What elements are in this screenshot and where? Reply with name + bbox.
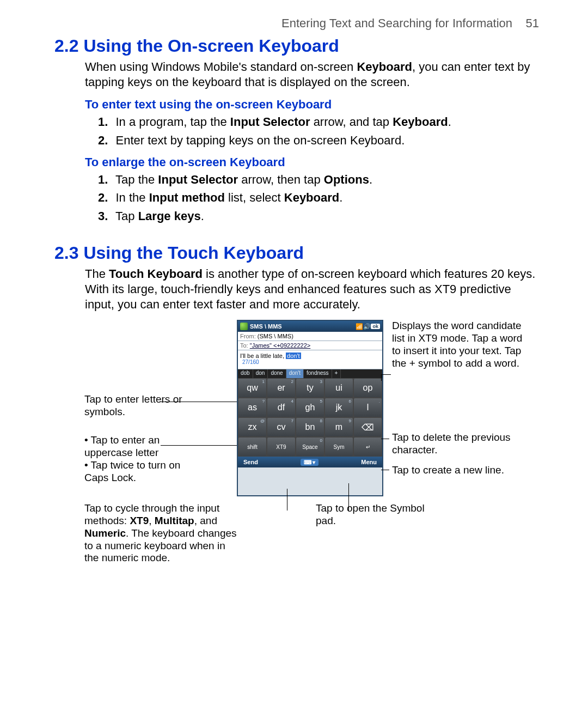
sub-enlarge: To enlarge the on-screen Keyboard [85,155,539,169]
section-2-2-heading: 2.2 Using the On-screen Keyboard [54,36,539,56]
page-number: 51 [526,16,539,30]
speaker-icon: 🔊 [363,323,371,330]
phone-titlebar: SMS \ MMS 📶 🔊 ok [238,321,382,332]
app-title: SMS \ MMS [250,323,282,330]
candidate-bar[interactable]: dobdondonedon'tfondness+ [238,369,382,378]
callout-symbol-pad: Tap to open the Symbol pad. [316,502,425,527]
key-⌫[interactable]: ⌫ [354,418,382,436]
prediction-highlight: don't [286,353,301,359]
phone-screenshot: SMS \ MMS 📶 🔊 ok From: (SMS \ MMS) To: "… [237,320,383,496]
candidate-word[interactable]: don [253,369,268,378]
key-bn[interactable]: bn8 [296,418,324,436]
ok-button[interactable]: ok [371,324,380,329]
input-selector[interactable]: ⌨ ▾ [301,459,319,466]
touch-keyboard: qw1er2ty3uiop as?df4gh5jk6l. zx@cv7bn8m9… [238,378,382,457]
manual-page: Entering Text and Searching for Informat… [0,0,588,723]
message-body[interactable]: I'll be a little late, don't 27/160 [238,350,382,369]
to-row: To: "James" <+09222222> [238,341,382,350]
key-ty[interactable]: ty3 [296,379,324,397]
char-count: 27/160 [240,359,380,365]
callout-letter-keys: Tap to enter letters or symbols. [84,393,193,418]
candidate-word[interactable]: don't [286,369,304,378]
softkey-send[interactable]: Send [243,459,258,465]
step-2: 2. In the Input method list, select Keyb… [98,190,539,206]
section-2-3-intro: The Touch Keyboard is another type of on… [85,266,539,312]
to-field[interactable]: "James" <+09222222> [250,342,310,349]
steps-enter-text: 1. In a program, tap the Input Selector … [98,114,539,148]
step-2: 2. Enter text by tapping keys on the on-… [98,132,539,149]
candidate-word[interactable]: done [268,369,286,378]
step-1: 1. In a program, tap the Input Selector … [98,114,539,130]
candidate-word[interactable]: fondness [304,369,332,378]
key-as[interactable]: as? [238,398,266,417]
key-cv[interactable]: cv7 [267,418,295,436]
key-Space[interactable]: Space0 [296,438,324,456]
key-l[interactable]: l. [354,398,382,417]
key-df[interactable]: df4 [267,398,295,417]
callout-candidate-list: Displays the word candidate list in XT9 … [392,320,534,369]
key-op[interactable]: op [354,379,382,397]
key-jk[interactable]: jk6 [325,398,353,417]
key-ui[interactable]: ui [325,379,353,397]
key-Sym[interactable]: Sym [325,438,353,456]
key-↵[interactable]: ↵ [354,438,382,456]
soft-key-bar: Send ⌨ ▾ Menu [238,457,382,467]
step-3: 3. Tap Large keys. [98,208,539,224]
running-header: Entering Text and Searching for Informat… [54,16,539,31]
step-1: 1. Tap the Input Selector arrow, then ta… [98,172,539,188]
callout-input-method: Tap to cycle through the input methods: … [84,502,242,564]
chapter-title: Entering Text and Searching for Informat… [281,16,512,30]
key-qw[interactable]: qw1 [238,379,266,397]
steps-enlarge: 1. Tap the Input Selector arrow, then ta… [98,172,539,224]
key-er[interactable]: er2 [267,379,295,397]
signal-icon: 📶 [356,323,363,330]
windows-icon [240,323,248,330]
callout-delete: Tap to delete the previous character. [392,432,534,457]
key-shift[interactable]: shift [238,438,266,456]
candidate-word[interactable]: dob [238,369,253,378]
sub-enter-text: To enter text using the on-screen Keyboa… [85,98,539,112]
key-zx[interactable]: zx@ [238,418,266,436]
from-row: From: (SMS \ MMS) [238,332,382,341]
key-XT9[interactable]: XT9 [267,438,295,456]
softkey-menu[interactable]: Menu [361,459,377,465]
callout-shift: Tap to enter an uppercase letter Tap twi… [84,434,193,484]
touch-keyboard-figure: SMS \ MMS 📶 🔊 ok From: (SMS \ MMS) To: "… [54,320,539,581]
section-2-2-intro: When using Windows Mobile's standard on-… [85,59,539,90]
key-gh[interactable]: gh5 [296,398,324,417]
candidate-word[interactable]: + [332,369,341,378]
callout-newline: Tap to create a new line. [392,464,534,477]
section-2-3-heading: 2.3 Using the Touch Keyboard [54,243,539,263]
key-m[interactable]: m9 [325,418,353,436]
